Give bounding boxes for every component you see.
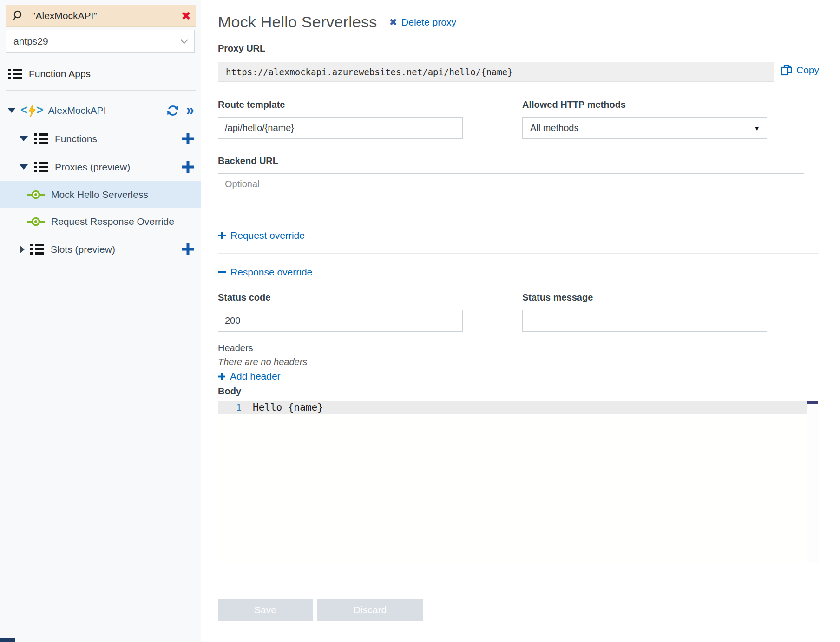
- tree-item-label: Functions: [55, 133, 182, 144]
- divider: [218, 579, 819, 579]
- proxy-detail-panel: Mock Hello Serverless ✖ Delete proxy Pro…: [201, 0, 840, 642]
- chevron-down-icon: [181, 36, 188, 44]
- add-function-icon[interactable]: [182, 132, 194, 145]
- search-input[interactable]: [31, 10, 181, 22]
- tree-item-label: Mock Hello Serverless: [51, 189, 148, 200]
- backend-url-input[interactable]: [218, 173, 804, 195]
- status-code-input[interactable]: [218, 310, 463, 332]
- status-code-label: Status code: [218, 292, 463, 303]
- code-line[interactable]: Hello {name}: [247, 402, 323, 413]
- caret-down-icon[interactable]: [7, 108, 16, 113]
- no-headers-text: There are no headers: [218, 357, 819, 367]
- search-icon: [13, 10, 25, 22]
- function-apps-header[interactable]: Function Apps: [8, 63, 201, 85]
- add-header-link[interactable]: Add header: [218, 371, 281, 382]
- plus-icon: [218, 231, 226, 240]
- page-title: Mock Hello Serverless: [218, 13, 377, 31]
- headers-label: Headers: [218, 343, 819, 354]
- list-icon: [34, 160, 48, 174]
- minus-icon: [218, 268, 226, 276]
- copy-link[interactable]: Copy: [781, 64, 819, 76]
- tree-item-proxy-mock-hello[interactable]: Mock Hello Serverless: [0, 181, 201, 208]
- discard-button[interactable]: Discard: [317, 599, 423, 621]
- list-icon: [8, 67, 22, 81]
- list-icon: [34, 131, 48, 146]
- clear-search-icon[interactable]: ✖: [181, 10, 191, 22]
- allowed-http-methods-select[interactable]: All methods ▼: [522, 117, 767, 139]
- proxy-url-field[interactable]: [218, 62, 774, 82]
- status-message-label: Status message: [522, 292, 767, 303]
- caret-right-icon[interactable]: [20, 245, 25, 254]
- divider: [6, 90, 196, 91]
- proxy-icon: [27, 189, 45, 200]
- tree-item-proxy-request-response-override[interactable]: Request Response Override: [0, 208, 201, 235]
- allowed-http-methods-label: Allowed HTTP methods: [522, 99, 767, 110]
- list-icon: [30, 242, 44, 256]
- bottom-bar: [0, 638, 15, 642]
- select-caret-icon: ▼: [754, 124, 760, 132]
- route-template-input[interactable]: [218, 117, 463, 139]
- plus-icon: [218, 373, 226, 380]
- function-apps-label: Function Apps: [29, 68, 91, 79]
- function-apps-tree: < > AlexMockAPI »: [0, 96, 201, 263]
- tree-item-app[interactable]: < > AlexMockAPI »: [0, 96, 201, 124]
- tree-item-label: Slots (preview): [51, 244, 182, 255]
- delete-proxy-link[interactable]: ✖ Delete proxy: [389, 17, 456, 28]
- tree-item-slots[interactable]: Slots (preview): [0, 235, 201, 263]
- tree-item-proxies[interactable]: Proxies (preview): [0, 153, 201, 181]
- refresh-icon[interactable]: [166, 104, 180, 118]
- add-proxy-icon[interactable]: [182, 161, 194, 173]
- tree-item-label: Proxies (preview): [55, 162, 182, 173]
- backend-url-label: Backend URL: [218, 156, 819, 166]
- body-label: Body: [218, 386, 819, 397]
- function-app-icon: < >: [20, 104, 44, 118]
- request-override-toggle[interactable]: Request override: [218, 230, 305, 241]
- editor-scrollbar[interactable]: [807, 401, 819, 563]
- body-code-editor[interactable]: 1 Hello {name}: [218, 400, 819, 563]
- app-dropdown[interactable]: antps29: [6, 30, 195, 53]
- search-box[interactable]: ✖: [6, 5, 196, 27]
- tree-item-label: Request Response Override: [51, 216, 174, 227]
- app-dropdown-value: antps29: [13, 36, 182, 47]
- response-override-toggle[interactable]: Response override: [218, 267, 312, 278]
- copy-icon: [781, 64, 792, 76]
- line-number: 1: [218, 402, 247, 413]
- collapse-sidebar-icon[interactable]: »: [186, 105, 194, 116]
- caret-down-icon[interactable]: [20, 164, 28, 170]
- proxy-icon: [27, 216, 45, 227]
- proxy-url-label: Proxy URL: [218, 43, 819, 54]
- save-button[interactable]: Save: [218, 599, 313, 621]
- tree-item-label: AlexMockAPI: [48, 105, 166, 116]
- status-message-input[interactable]: [522, 310, 767, 332]
- tree-item-functions[interactable]: Functions: [0, 124, 201, 153]
- allowed-http-methods-value: All methods: [530, 123, 579, 133]
- sidebar: ✖ antps29 Function Apps < > AlexMockAPI: [0, 0, 201, 642]
- delete-x-icon: ✖: [389, 17, 397, 28]
- add-slot-icon[interactable]: [182, 243, 194, 255]
- route-template-label: Route template: [218, 99, 463, 110]
- editor-scrollbar-thumb[interactable]: [807, 401, 818, 404]
- caret-down-icon[interactable]: [20, 136, 28, 141]
